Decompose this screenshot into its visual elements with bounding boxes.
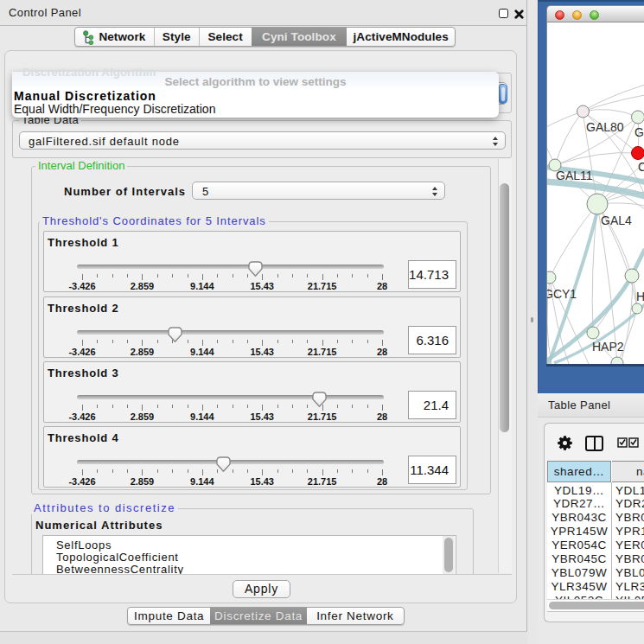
svg-text:GA: GA (634, 125, 644, 139)
svg-text:GAL4: GAL4 (601, 214, 632, 227)
svg-text:C: C (638, 160, 644, 174)
svg-text:GAL11: GAL11 (556, 169, 593, 182)
svg-text:GCY1: GCY1 (547, 287, 577, 301)
svg-text:HAP2: HAP2 (592, 340, 624, 354)
svg-text:H: H (636, 290, 644, 303)
svg-text:GAL80: GAL80 (586, 120, 624, 134)
